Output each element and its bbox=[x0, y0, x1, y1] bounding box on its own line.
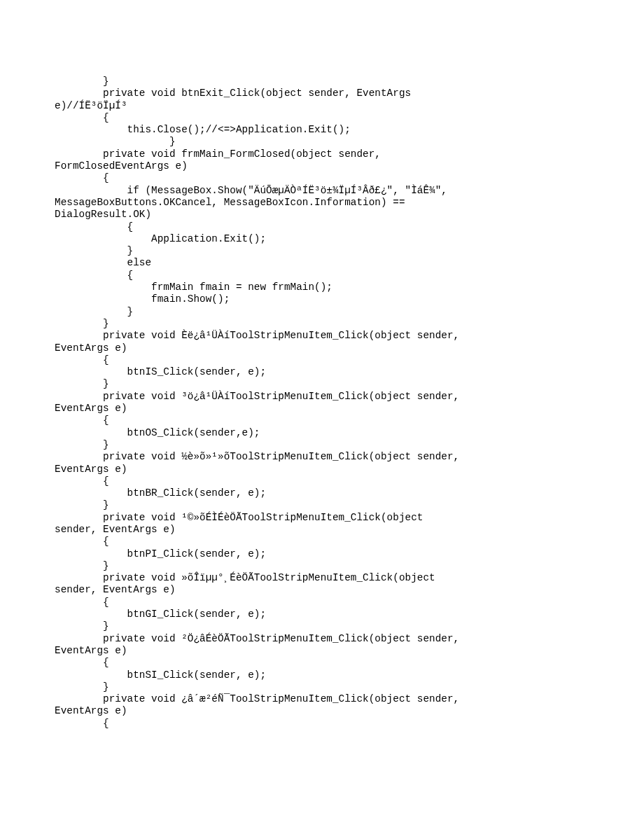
document-page: } private void btnExit_Click(object send… bbox=[0, 0, 644, 834]
code-block: } private void btnExit_Click(object send… bbox=[55, 76, 589, 730]
